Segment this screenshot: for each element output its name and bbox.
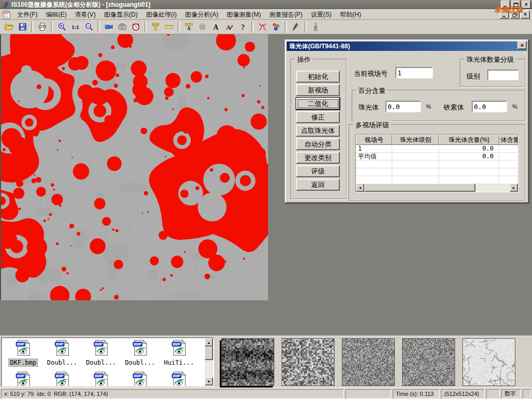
pearlite-percent-input[interactable] <box>385 101 421 112</box>
restore-icon <box>512 12 517 17</box>
micrograph-image[interactable] <box>1 34 268 300</box>
pick-pearlite-button[interactable]: 点取珠光体 <box>296 125 340 137</box>
file-icon: BMP <box>15 339 32 358</box>
classification-icon: 123 <box>272 22 281 31</box>
file-item-4[interactable]: BMPDoubl... <box>121 339 159 366</box>
dialog-title-bar[interactable]: 珠光体(GB/T9441-88) <box>287 42 527 51</box>
toolbar: 1:1AAA?123 <box>0 20 532 34</box>
init-button[interactable]: 初始化 <box>296 71 340 83</box>
thumbnail-5[interactable] <box>462 338 515 386</box>
multi-field-group: 多视场评级 视场号珠光体级别珠光体含量(%)铁素体含量(%) 10.0平均值0.… <box>349 124 525 201</box>
toolbar-measure-text-button[interactable]: A <box>182 21 195 33</box>
toolbar-caliper-button[interactable] <box>149 21 162 33</box>
file-list-scrollbar[interactable]: ▲ ▼ <box>205 338 213 385</box>
return-button[interactable]: 返回 <box>296 179 340 191</box>
thumbnail-3[interactable] <box>342 338 395 386</box>
menu-item-1[interactable]: 文件(F) <box>13 9 42 20</box>
toolbar-help-button[interactable]: ? <box>236 21 249 33</box>
file-item-clipped[interactable]: BMP <box>82 371 121 387</box>
scroll-right-button[interactable]: ► <box>510 183 518 192</box>
grade-button[interactable]: 评级 <box>296 165 340 177</box>
thumbnail-4[interactable] <box>402 338 455 386</box>
thumbnail-1[interactable] <box>221 338 274 386</box>
child-minimize-button[interactable] <box>500 10 509 19</box>
dialog-close-button[interactable]: × <box>517 41 527 49</box>
binarize-button[interactable]: 二值化 <box>296 98 340 110</box>
correct-button[interactable]: 修正 <box>296 111 340 123</box>
close-button[interactable]: × <box>522 1 531 9</box>
column-header-2[interactable]: 珠光体级别 <box>392 135 439 145</box>
bmp-file-icon: BMP <box>170 339 188 356</box>
file-item-2[interactable]: BMPDoubl... <box>43 339 82 366</box>
multi-field-group-label: 多视场评级 <box>353 121 391 130</box>
toolbar-classification-button[interactable]: 123 <box>269 21 283 33</box>
toolbar-save-button[interactable] <box>16 21 29 33</box>
menu-item-8[interactable]: 测量报告(P) <box>265 9 307 20</box>
toolbar-open-button[interactable] <box>2 21 16 33</box>
menu-item-3[interactable]: 查看(V) <box>71 9 100 20</box>
table-cell <box>356 161 392 168</box>
toolbar-zoom-in-button[interactable] <box>55 21 69 33</box>
menu-item-5[interactable]: 图像处理(I) <box>142 9 181 20</box>
toolbar-actual-size-button[interactable]: 1:1 <box>69 21 82 33</box>
scrollbar-track[interactable] <box>475 183 510 192</box>
thumbnail-image <box>282 339 334 385</box>
bmp-file-icon: BMP <box>15 371 32 387</box>
column-header-3[interactable]: 珠光体含量(%) <box>439 135 499 145</box>
child-close-button[interactable]: × <box>521 10 530 19</box>
table-cell <box>392 145 439 153</box>
table-horizontal-scrollbar[interactable]: ◄ ► <box>356 183 518 192</box>
level-input[interactable] <box>487 70 518 80</box>
child-restore-button[interactable] <box>510 10 520 19</box>
toolbar-text-button[interactable]: A <box>209 21 222 33</box>
toolbar-text-edit-button[interactable]: A <box>222 21 236 33</box>
toolbar-pen-button[interactable] <box>289 21 302 33</box>
scroll-down-button[interactable]: ▼ <box>205 377 213 385</box>
file-name: HuiTi... <box>163 359 195 366</box>
thumbnail-2[interactable] <box>282 338 335 386</box>
toolbar-brush-button[interactable] <box>309 21 322 33</box>
bmp-file-icon: BMP <box>54 339 71 356</box>
toolbar-grid-button[interactable] <box>195 21 209 33</box>
percent-group: 百分含量 珠光体 % 铁素体 % <box>352 90 525 121</box>
svg-text:BMP: BMP <box>17 374 24 378</box>
menu-item-6[interactable]: 图像分析(A) <box>181 9 222 20</box>
menu-item-9[interactable]: 设置(S) <box>307 9 336 20</box>
menu-item-7[interactable]: 图像测量(M) <box>222 9 265 20</box>
toolbar-clock-button[interactable] <box>129 21 142 33</box>
scroll-up-button[interactable]: ▲ <box>205 338 213 347</box>
menu-item-2[interactable]: 编辑(E) <box>42 9 71 20</box>
current-field-input[interactable] <box>395 67 433 78</box>
table-cell <box>356 168 392 176</box>
grid-icon <box>198 22 207 31</box>
file-item-5[interactable]: BMPHuiTi... <box>159 339 198 366</box>
column-header-4[interactable]: 铁素体含量(%) <box>499 135 518 145</box>
minimize-button[interactable] <box>501 1 510 9</box>
toolbar-capture-image-button[interactable] <box>115 21 129 33</box>
scrollbar-thumb[interactable] <box>364 183 475 192</box>
file-item-clipped[interactable]: BMP <box>159 371 198 387</box>
file-item-1[interactable]: BMPDKF.bmp <box>4 339 43 366</box>
toolbar-print-button[interactable] <box>35 21 49 33</box>
column-header-1[interactable]: 视场号 <box>356 135 392 145</box>
file-item-3[interactable]: BMPDoubl... <box>82 339 121 366</box>
toolbar-video-camera-button[interactable] <box>102 21 115 33</box>
menu-item-4[interactable]: 图像显示(D) <box>100 9 142 20</box>
maximize-button[interactable] <box>511 1 521 9</box>
file-item-clipped[interactable]: BMP <box>43 371 82 387</box>
file-item-clipped[interactable]: BMP <box>4 371 43 387</box>
toolbar-zoom-out-button[interactable] <box>82 21 96 33</box>
ferrite-percent-input[interactable] <box>472 101 507 112</box>
operation-group: 操作 初始化新视场二值化修正点取珠光体自动分类更改类别评级返回 <box>290 59 347 199</box>
scrollbar-track[interactable] <box>205 360 213 377</box>
toolbar-calibration-curve-button[interactable] <box>256 21 269 33</box>
auto-classify-button[interactable]: 自动分类 <box>296 138 340 150</box>
file-item-clipped[interactable]: BMP <box>121 371 159 387</box>
menu-item-10[interactable]: 帮助(H) <box>336 9 365 20</box>
scrollbar-thumb[interactable] <box>205 347 213 360</box>
toolbar-ruler-button[interactable] <box>162 21 176 33</box>
change-class-button[interactable]: 更改类别 <box>296 152 340 164</box>
new-field-button[interactable]: 新视场 <box>296 84 340 96</box>
scroll-left-button[interactable]: ◄ <box>356 183 364 192</box>
menu-items: 文件(F)编辑(E)查看(V)图像显示(D)图像处理(I)图像分析(A)图像测量… <box>13 9 365 20</box>
